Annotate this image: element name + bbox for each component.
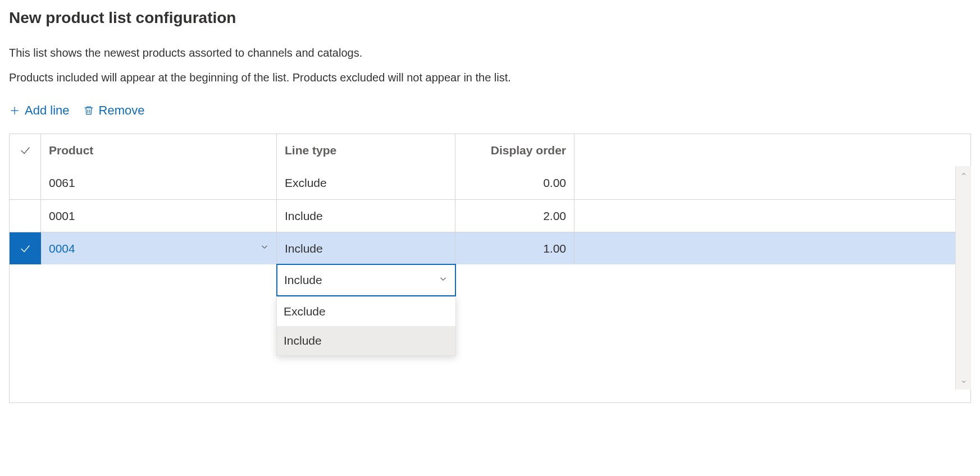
header-display-order[interactable]: Display order: [455, 134, 575, 167]
cell-line-type[interactable]: Include: [277, 232, 455, 264]
cell-line-type[interactable]: Include: [277, 200, 455, 232]
table-row[interactable]: 0001 Include 2.00: [10, 199, 970, 232]
vertical-scrollbar[interactable]: [955, 166, 971, 390]
header-product[interactable]: Product: [41, 134, 277, 167]
remove-label: Remove: [99, 103, 145, 118]
cell-spacer: [575, 232, 970, 264]
remove-button[interactable]: Remove: [83, 103, 145, 118]
grid-container: Product Line type Display order 0061 Exc…: [9, 134, 971, 403]
row-checkbox[interactable]: [10, 200, 41, 232]
cell-spacer: [575, 167, 970, 199]
check-icon: [19, 144, 31, 157]
description-line-1: This list shows the newest products asso…: [9, 45, 971, 61]
cell-product[interactable]: 0001: [41, 200, 277, 232]
add-line-button[interactable]: Add line: [9, 103, 70, 118]
line-type-dropdown-menu: Exclude Include: [276, 296, 456, 356]
header-select-all[interactable]: [10, 134, 41, 167]
row-checkbox[interactable]: [10, 232, 41, 264]
row-checkbox[interactable]: [10, 167, 41, 199]
product-value: 0004: [49, 242, 75, 255]
description-line-2: Products included will appear at the beg…: [9, 70, 971, 85]
chevron-down-icon: [259, 242, 270, 255]
cell-product[interactable]: 0004: [41, 232, 277, 264]
grid-body: 0061 Exclude 0.00 0001 Include 2.00 0004: [10, 167, 970, 402]
check-icon: [19, 242, 31, 255]
header-spacer: [575, 134, 970, 167]
product-grid: Product Line type Display order 0061 Exc…: [9, 134, 971, 403]
add-line-label: Add line: [25, 103, 70, 118]
chevron-down-icon: [438, 273, 448, 287]
grid-header-row: Product Line type Display order: [10, 134, 970, 167]
dropdown-option-exclude[interactable]: Exclude: [277, 297, 455, 326]
table-row[interactable]: 0004 Include 1.00: [10, 232, 970, 264]
grid-toolbar: Add line Remove: [9, 103, 971, 118]
cell-display-order[interactable]: 0.00: [455, 167, 575, 199]
line-type-dropdown[interactable]: Include: [276, 264, 456, 296]
cell-display-order[interactable]: 2.00: [455, 200, 575, 232]
dropdown-current-value: Include: [284, 273, 322, 287]
trash-icon: [83, 105, 94, 116]
table-row[interactable]: 0061 Exclude 0.00: [10, 167, 970, 199]
dropdown-option-include[interactable]: Include: [277, 326, 455, 355]
header-line-type[interactable]: Line type: [277, 134, 455, 167]
cell-spacer: [575, 200, 970, 232]
plus-icon: [9, 105, 20, 116]
cell-product[interactable]: 0061: [41, 167, 277, 199]
scroll-down-arrow-icon[interactable]: [956, 374, 971, 390]
page-title: New product list configuration: [9, 9, 971, 27]
scroll-up-arrow-icon[interactable]: [956, 166, 971, 182]
cell-display-order[interactable]: 1.00: [455, 232, 575, 264]
cell-line-type[interactable]: Exclude: [277, 167, 455, 199]
